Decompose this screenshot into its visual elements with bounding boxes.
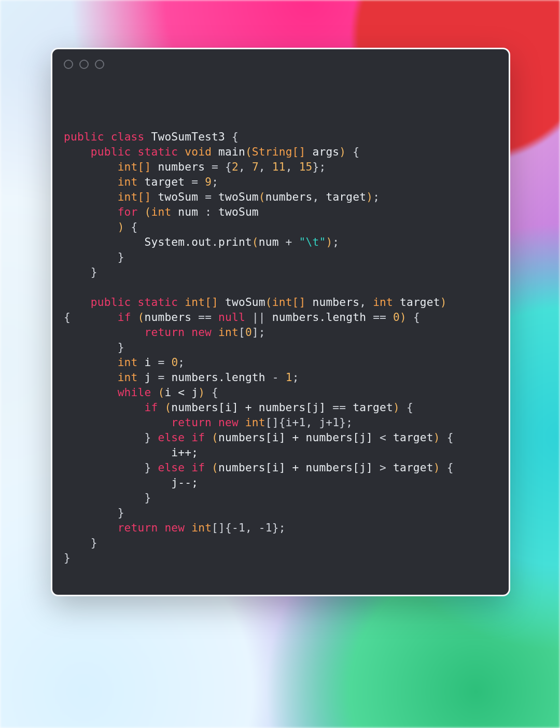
fn-call-twoSum: twoSum [218, 190, 259, 203]
iter-twoSum: twoSum [218, 205, 259, 218]
kw-null: null [218, 311, 245, 324]
stmt-dec: j--; [171, 476, 198, 489]
num-lit: 7 [252, 160, 259, 173]
arg-num: num [259, 235, 279, 248]
id-target: target [393, 431, 433, 444]
expr-sum: numbers[i] + numbers[j] [171, 401, 326, 414]
num-lit: 11 [272, 160, 286, 173]
type-string-arr: String[] [252, 145, 306, 158]
expr-sum: numbers[i] + numbers[j] [218, 461, 373, 474]
num-lit: 15 [299, 160, 313, 173]
num-lit: 2 [232, 160, 239, 173]
num-lit: 9 [205, 175, 212, 188]
var-numbers: numbers [158, 160, 205, 173]
minimize-icon[interactable] [79, 60, 89, 69]
id-target: target [353, 401, 393, 414]
fn-main: main [218, 145, 245, 158]
var-i: i [145, 356, 151, 369]
type-intarr: int[] [118, 160, 151, 173]
fn-print: print [218, 235, 252, 248]
code-editor[interactable]: public class TwoSumTest3 { public static… [52, 79, 509, 577]
param-numbers: numbers [312, 296, 359, 309]
type-int: int [218, 326, 239, 339]
type-int: int [151, 205, 171, 218]
param-target: target [400, 296, 440, 309]
var-target: target [145, 175, 185, 188]
class-name: TwoSumTest3 [151, 130, 225, 143]
type-int: int [373, 296, 393, 309]
num-lit: 0 [171, 356, 178, 369]
type-int: int [118, 356, 138, 369]
cond-while: i < j [164, 386, 198, 399]
close-icon[interactable] [64, 60, 73, 69]
num-lit: 0 [393, 311, 400, 324]
id-numbers: numbers [145, 311, 192, 324]
num-lit: 0 [245, 326, 252, 339]
str-lit-tab: "\t" [299, 235, 326, 248]
fn-twoSum: twoSum [225, 296, 265, 309]
arr-lit: {i+1, j+1} [279, 416, 346, 429]
expr-length: numbers.length [171, 371, 265, 384]
arr-lit: {-1, -1} [225, 521, 279, 534]
expr-length: numbers.length [272, 311, 366, 324]
var-num: num [178, 205, 198, 218]
param-args: args [312, 145, 339, 158]
expr-sum: numbers[i] + numbers[j] [218, 431, 373, 444]
type-int: int [118, 371, 138, 384]
zoom-icon[interactable] [95, 60, 104, 69]
var-twoSum: twoSum [158, 190, 198, 203]
type-intarr: int[] [272, 296, 306, 309]
type-int: int [118, 175, 138, 188]
obj-system-out: System.out [144, 235, 212, 248]
arg-numbers: numbers [265, 190, 313, 203]
id-target: target [393, 461, 433, 474]
arg-target: target [326, 190, 366, 203]
window-titlebar [52, 49, 509, 79]
var-j: j [145, 371, 151, 384]
type-intarr: int[] [185, 296, 218, 309]
type-void: void [185, 145, 212, 158]
code-window: public class TwoSumTest3 { public static… [51, 48, 510, 596]
stmt-inc: i++; [171, 446, 198, 459]
type-intarr: int[] [118, 190, 151, 203]
num-lit: 1 [286, 371, 292, 384]
